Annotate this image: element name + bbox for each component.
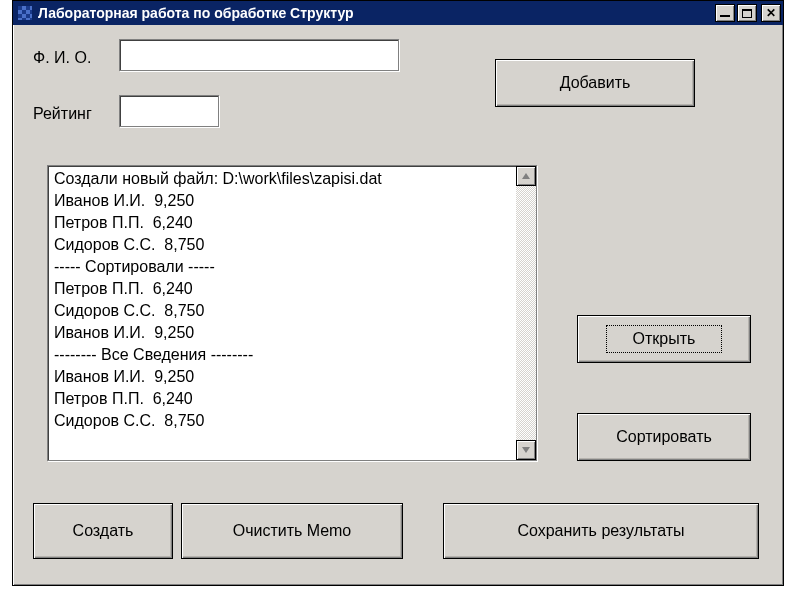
create-button[interactable]: Создать xyxy=(33,503,173,559)
scroll-down-button[interactable] xyxy=(516,440,536,460)
fio-label: Ф. И. О. xyxy=(33,49,91,67)
app-icon xyxy=(17,5,33,21)
clear-memo-button-label: Очистить Memo xyxy=(233,522,352,540)
chevron-up-icon xyxy=(522,173,530,179)
clear-memo-button[interactable]: Очистить Memo xyxy=(181,503,403,559)
add-button[interactable]: Добавить xyxy=(495,59,695,107)
rating-input[interactable] xyxy=(120,96,218,126)
window-title: Лабораторная работа по обработке Структу… xyxy=(38,5,715,21)
svg-marker-0 xyxy=(522,173,530,179)
titlebar: Лабораторная работа по обработке Структу… xyxy=(13,1,783,25)
save-results-button[interactable]: Сохранить результаты xyxy=(443,503,759,559)
rating-input-wrap xyxy=(119,95,219,127)
fio-input-wrap xyxy=(119,39,399,71)
add-button-label: Добавить xyxy=(560,74,631,92)
app-window: Лабораторная работа по обработке Структу… xyxy=(12,0,784,586)
minimize-button[interactable] xyxy=(715,4,735,22)
close-button[interactable]: ✕ xyxy=(761,4,781,22)
chevron-down-icon xyxy=(522,447,530,453)
memo-text[interactable]: Создали новый файл: D:\work\files\zapisi… xyxy=(48,166,516,460)
scroll-up-button[interactable] xyxy=(516,166,536,186)
memo-box: Создали новый файл: D:\work\files\zapisi… xyxy=(47,165,537,461)
sort-button-label: Сортировать xyxy=(616,428,712,446)
save-results-button-label: Сохранить результаты xyxy=(517,522,684,540)
memo-scrollbar[interactable] xyxy=(516,166,536,460)
fio-input[interactable] xyxy=(120,40,398,70)
open-button-label: Открыть xyxy=(633,330,696,347)
create-button-label: Создать xyxy=(73,522,134,540)
rating-label: Рейтинг xyxy=(33,105,92,123)
open-button[interactable]: Открыть xyxy=(577,315,751,363)
maximize-button[interactable] xyxy=(737,4,757,22)
svg-marker-1 xyxy=(522,447,530,453)
sort-button[interactable]: Сортировать xyxy=(577,413,751,461)
